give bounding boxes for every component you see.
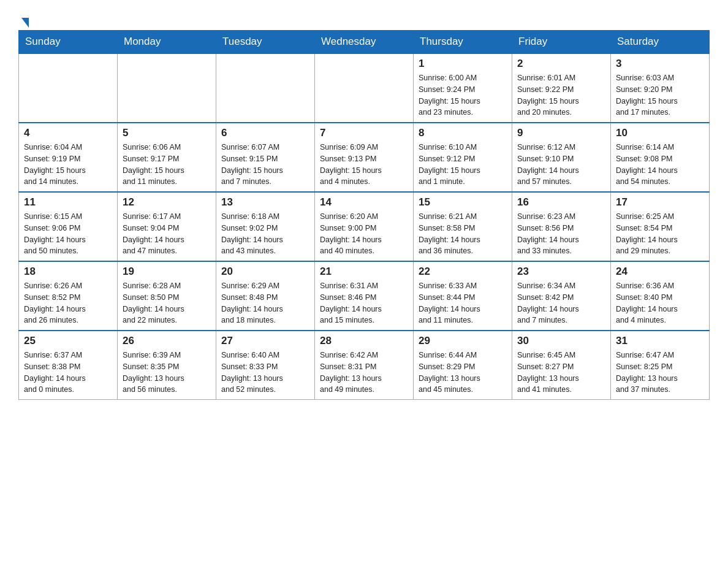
day-number: 13 <box>221 196 309 209</box>
calendar-cell: 23Sunrise: 6:34 AMSunset: 8:42 PMDayligh… <box>512 261 611 331</box>
day-info: Sunrise: 6:40 AMSunset: 8:33 PMDaylight:… <box>221 350 309 396</box>
calendar-cell: 4Sunrise: 6:04 AMSunset: 9:19 PMDaylight… <box>19 123 118 192</box>
calendar-cell: 2Sunrise: 6:01 AMSunset: 9:22 PMDaylight… <box>512 53 611 123</box>
calendar-cell: 21Sunrise: 6:31 AMSunset: 8:46 PMDayligh… <box>315 261 414 331</box>
day-info: Sunrise: 6:04 AMSunset: 9:19 PMDaylight:… <box>24 142 112 188</box>
day-info: Sunrise: 6:29 AMSunset: 8:48 PMDaylight:… <box>221 280 309 326</box>
calendar-cell: 31Sunrise: 6:47 AMSunset: 8:25 PMDayligh… <box>611 331 710 400</box>
day-number: 11 <box>24 196 112 209</box>
weekday-header-thursday: Thursday <box>414 31 512 54</box>
day-info: Sunrise: 6:42 AMSunset: 8:31 PMDaylight:… <box>320 350 408 396</box>
day-number: 5 <box>123 127 211 139</box>
day-info: Sunrise: 6:34 AMSunset: 8:42 PMDaylight:… <box>517 280 605 326</box>
day-number: 3 <box>616 58 704 70</box>
weekday-header-sunday: Sunday <box>19 31 118 54</box>
calendar-cell: 1Sunrise: 6:00 AMSunset: 9:24 PMDaylight… <box>414 53 512 123</box>
calendar-cell <box>118 53 216 123</box>
day-info: Sunrise: 6:17 AMSunset: 9:04 PMDaylight:… <box>123 211 211 257</box>
day-number: 27 <box>221 335 309 347</box>
day-info: Sunrise: 6:06 AMSunset: 9:17 PMDaylight:… <box>123 142 211 188</box>
calendar-cell: 7Sunrise: 6:09 AMSunset: 9:13 PMDaylight… <box>315 123 414 192</box>
calendar-cell: 29Sunrise: 6:44 AMSunset: 8:29 PMDayligh… <box>414 331 512 400</box>
logo-triangle-icon <box>21 18 29 28</box>
day-info: Sunrise: 6:37 AMSunset: 8:38 PMDaylight:… <box>24 350 112 396</box>
day-number: 10 <box>616 127 704 139</box>
day-number: 17 <box>616 196 704 209</box>
day-info: Sunrise: 6:00 AMSunset: 9:24 PMDaylight:… <box>419 72 507 118</box>
calendar-cell: 25Sunrise: 6:37 AMSunset: 8:38 PMDayligh… <box>19 331 118 400</box>
calendar-table: SundayMondayTuesdayWednesdayThursdayFrid… <box>18 30 710 400</box>
calendar-cell: 3Sunrise: 6:03 AMSunset: 9:20 PMDaylight… <box>611 53 710 123</box>
calendar-cell: 22Sunrise: 6:33 AMSunset: 8:44 PMDayligh… <box>414 261 512 331</box>
calendar-cell: 9Sunrise: 6:12 AMSunset: 9:10 PMDaylight… <box>512 123 611 192</box>
day-info: Sunrise: 6:12 AMSunset: 9:10 PMDaylight:… <box>517 142 605 188</box>
calendar-cell <box>216 53 315 123</box>
weekday-header-tuesday: Tuesday <box>216 31 315 54</box>
day-info: Sunrise: 6:31 AMSunset: 8:46 PMDaylight:… <box>320 280 408 326</box>
day-number: 1 <box>419 58 507 70</box>
weekday-header-wednesday: Wednesday <box>315 31 414 54</box>
calendar-cell: 16Sunrise: 6:23 AMSunset: 8:56 PMDayligh… <box>512 192 611 261</box>
day-number: 14 <box>320 196 408 209</box>
calendar-week-2: 4Sunrise: 6:04 AMSunset: 9:19 PMDaylight… <box>19 123 710 192</box>
day-number: 26 <box>123 335 211 347</box>
day-number: 28 <box>320 335 408 347</box>
day-info: Sunrise: 6:23 AMSunset: 8:56 PMDaylight:… <box>517 211 605 257</box>
weekday-header-friday: Friday <box>512 31 611 54</box>
calendar-header: SundayMondayTuesdayWednesdayThursdayFrid… <box>19 31 710 54</box>
calendar-cell: 24Sunrise: 6:36 AMSunset: 8:40 PMDayligh… <box>611 261 710 331</box>
calendar-week-4: 18Sunrise: 6:26 AMSunset: 8:52 PMDayligh… <box>19 261 710 331</box>
day-info: Sunrise: 6:18 AMSunset: 9:02 PMDaylight:… <box>221 211 309 257</box>
day-number: 19 <box>123 266 211 278</box>
logo <box>18 12 29 24</box>
calendar-cell: 27Sunrise: 6:40 AMSunset: 8:33 PMDayligh… <box>216 331 315 400</box>
day-info: Sunrise: 6:47 AMSunset: 8:25 PMDaylight:… <box>616 350 704 396</box>
calendar-cell: 20Sunrise: 6:29 AMSunset: 8:48 PMDayligh… <box>216 261 315 331</box>
day-number: 15 <box>419 196 507 209</box>
calendar-cell: 5Sunrise: 6:06 AMSunset: 9:17 PMDaylight… <box>118 123 216 192</box>
calendar-cell: 10Sunrise: 6:14 AMSunset: 9:08 PMDayligh… <box>611 123 710 192</box>
day-info: Sunrise: 6:10 AMSunset: 9:12 PMDaylight:… <box>419 142 507 188</box>
day-number: 31 <box>616 335 704 347</box>
calendar-cell: 19Sunrise: 6:28 AMSunset: 8:50 PMDayligh… <box>118 261 216 331</box>
calendar-cell <box>19 53 118 123</box>
calendar-week-5: 25Sunrise: 6:37 AMSunset: 8:38 PMDayligh… <box>19 331 710 400</box>
day-info: Sunrise: 6:03 AMSunset: 9:20 PMDaylight:… <box>616 72 704 118</box>
day-info: Sunrise: 6:39 AMSunset: 8:35 PMDaylight:… <box>123 350 211 396</box>
calendar-cell: 13Sunrise: 6:18 AMSunset: 9:02 PMDayligh… <box>216 192 315 261</box>
day-number: 6 <box>221 127 309 139</box>
page-header <box>18 12 710 24</box>
calendar-cell: 26Sunrise: 6:39 AMSunset: 8:35 PMDayligh… <box>118 331 216 400</box>
day-number: 24 <box>616 266 704 278</box>
day-number: 2 <box>517 58 605 70</box>
day-number: 8 <box>419 127 507 139</box>
day-number: 25 <box>24 335 112 347</box>
day-info: Sunrise: 6:20 AMSunset: 9:00 PMDaylight:… <box>320 211 408 257</box>
day-info: Sunrise: 6:09 AMSunset: 9:13 PMDaylight:… <box>320 142 408 188</box>
day-number: 23 <box>517 266 605 278</box>
day-number: 29 <box>419 335 507 347</box>
calendar-cell: 11Sunrise: 6:15 AMSunset: 9:06 PMDayligh… <box>19 192 118 261</box>
calendar-cell: 14Sunrise: 6:20 AMSunset: 9:00 PMDayligh… <box>315 192 414 261</box>
day-info: Sunrise: 6:01 AMSunset: 9:22 PMDaylight:… <box>517 72 605 118</box>
day-number: 22 <box>419 266 507 278</box>
day-number: 16 <box>517 196 605 209</box>
day-info: Sunrise: 6:28 AMSunset: 8:50 PMDaylight:… <box>123 280 211 326</box>
calendar-cell: 30Sunrise: 6:45 AMSunset: 8:27 PMDayligh… <box>512 331 611 400</box>
day-number: 4 <box>24 127 112 139</box>
day-number: 18 <box>24 266 112 278</box>
day-info: Sunrise: 6:26 AMSunset: 8:52 PMDaylight:… <box>24 280 112 326</box>
calendar-cell: 12Sunrise: 6:17 AMSunset: 9:04 PMDayligh… <box>118 192 216 261</box>
day-info: Sunrise: 6:07 AMSunset: 9:15 PMDaylight:… <box>221 142 309 188</box>
calendar-cell: 28Sunrise: 6:42 AMSunset: 8:31 PMDayligh… <box>315 331 414 400</box>
day-info: Sunrise: 6:44 AMSunset: 8:29 PMDaylight:… <box>419 350 507 396</box>
day-info: Sunrise: 6:45 AMSunset: 8:27 PMDaylight:… <box>517 350 605 396</box>
calendar-cell: 15Sunrise: 6:21 AMSunset: 8:58 PMDayligh… <box>414 192 512 261</box>
day-info: Sunrise: 6:15 AMSunset: 9:06 PMDaylight:… <box>24 211 112 257</box>
calendar-cell <box>315 53 414 123</box>
day-info: Sunrise: 6:25 AMSunset: 8:54 PMDaylight:… <box>616 211 704 257</box>
calendar-cell: 8Sunrise: 6:10 AMSunset: 9:12 PMDaylight… <box>414 123 512 192</box>
day-info: Sunrise: 6:36 AMSunset: 8:40 PMDaylight:… <box>616 280 704 326</box>
day-number: 21 <box>320 266 408 278</box>
day-info: Sunrise: 6:33 AMSunset: 8:44 PMDaylight:… <box>419 280 507 326</box>
